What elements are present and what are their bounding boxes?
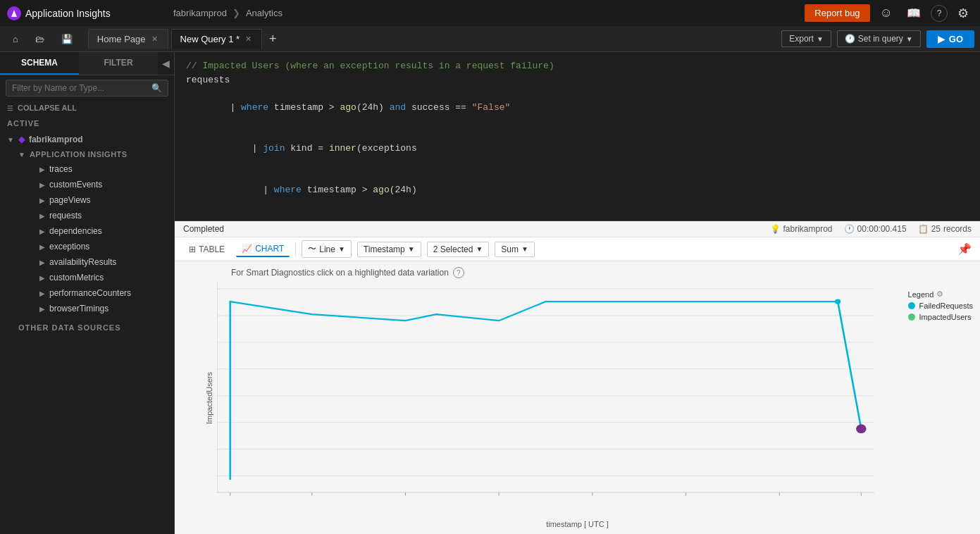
search-icon: 🔍	[151, 83, 162, 93]
sidebar-item-exceptions[interactable]: ▶exceptions	[20, 239, 174, 254]
item-label: availabilityResults	[49, 257, 116, 267]
table-view-button[interactable]: ⊞ TABLE	[183, 242, 230, 256]
sidebar-tabs: SCHEMA FILTER ◀	[0, 52, 174, 75]
pin-button[interactable]: 📌	[957, 242, 972, 256]
sidebar-item-pageViews[interactable]: ▶pageViews	[20, 192, 174, 208]
resource-arrow-icon: ▼	[7, 136, 14, 144]
code-line-2: requests	[186, 73, 969, 87]
item-arrow-icon: ▶	[39, 181, 45, 189]
go-label: GO	[949, 34, 963, 44]
item-arrow-icon: ▶	[39, 290, 45, 297]
info-icon: ?	[453, 267, 464, 278]
sidebar: SCHEMA FILTER ◀ 🔍 ☰ COLLAPSE ALL ACTIVE …	[0, 52, 175, 534]
x-axis-label: timestamp [ UTC ]	[546, 520, 609, 528]
selected-chevron-icon: ▼	[476, 245, 483, 253]
chart-label: CHART	[255, 244, 284, 254]
export-chevron-icon: ▼	[817, 35, 824, 43]
collapse-all-row[interactable]: ☰ COLLAPSE ALL	[0, 101, 174, 115]
timestamp-dropdown[interactable]: Timestamp ▼	[357, 242, 421, 257]
report-bug-button[interactable]: Report bug	[805, 4, 869, 22]
item-label: customMetrics	[49, 273, 104, 282]
code-line-4: | join kind = inner(exceptions	[186, 128, 969, 170]
bulb-icon: 💡	[770, 224, 781, 234]
editor-results-area: // Impacted Users (where an exception re…	[175, 52, 980, 534]
home-icon-button[interactable]: ⌂	[6, 30, 25, 49]
records-info: 📋 25 records	[918, 224, 972, 234]
tab-home-page[interactable]: Home Page ✕	[88, 29, 168, 49]
chart-hint: For Smart Diagnostics click on a highlig…	[231, 267, 464, 278]
code-editor[interactable]: // Impacted Users (where an exception re…	[175, 52, 980, 221]
app-insights-arrow-icon: ▼	[18, 151, 25, 159]
top-bar: Application Insights fabrikamprod ❯ Anal…	[0, 0, 980, 26]
sidebar-item-performanceCounters[interactable]: ▶performanceCounters	[20, 285, 174, 301]
sidebar-item-requests[interactable]: ▶requests	[20, 208, 174, 223]
tab-bar: ⌂ 🗁 💾 Home Page ✕ New Query 1 * ✕ + Expo…	[0, 26, 980, 52]
export-button[interactable]: Export ▼	[781, 30, 831, 47]
tab-new-query-label: New Query 1 *	[180, 34, 240, 44]
sum-chevron-icon: ▼	[521, 245, 528, 253]
sidebar-collapse-button[interactable]: ◀	[158, 52, 174, 75]
legend-item-impacted: ImpactedUsers	[908, 313, 973, 321]
sidebar-item-availabilityResults[interactable]: ▶availabilityResults	[20, 254, 174, 270]
breadcrumb-sep: ❯	[232, 8, 240, 18]
legend-header: Legend ⚙	[908, 290, 973, 299]
go-button[interactable]: ▶ GO	[926, 30, 974, 48]
legend-settings-icon[interactable]: ⚙	[936, 290, 943, 299]
sidebar-tab-filter[interactable]: FILTER	[79, 52, 158, 75]
sidebar-item-fabrikamprod[interactable]: ▼ ◆ fabrikamprod	[0, 132, 174, 147]
sum-label: Sum	[501, 244, 519, 254]
help-icon-button[interactable]: ?	[931, 5, 948, 22]
tab-add-button[interactable]: +	[265, 32, 281, 46]
tab-new-query-close[interactable]: ✕	[244, 35, 253, 44]
smiley-icon-button[interactable]: ☺	[876, 3, 897, 23]
item-label: traces	[49, 164, 73, 174]
sidebar-item-customEvents[interactable]: ▶customEvents	[20, 177, 174, 192]
item-label: customEvents	[49, 180, 102, 190]
folder-icon-button[interactable]: 🗁	[28, 30, 51, 49]
app-insights-label: APPLICATION INSIGHTS	[30, 150, 128, 159]
save-icon-button[interactable]: 💾	[54, 30, 80, 49]
tab-home-page-label: Home Page	[97, 34, 146, 44]
results-area: Completed 💡 fabrikamprod 🕐 00:00:00.415 …	[175, 221, 980, 534]
line-type-label: Line	[319, 244, 335, 254]
resource-label: fabrikamprod	[29, 135, 83, 144]
y-axis-label: ImpactedUsers	[205, 372, 213, 424]
toolbar-divider-1	[295, 242, 296, 256]
book-icon-button[interactable]: 📖	[903, 4, 925, 23]
chart-icon: 📈	[242, 244, 252, 254]
item-label: performanceCounters	[49, 288, 131, 298]
sidebar-item-traces[interactable]: ▶traces	[20, 161, 174, 177]
item-label: exceptions	[49, 242, 89, 252]
sidebar-item-dependencies[interactable]: ▶dependencies	[20, 223, 174, 239]
resource-name-status: fabrikamprod	[783, 224, 833, 234]
chart-view-button[interactable]: 📈 CHART	[236, 242, 290, 257]
app-name: Application Insights	[25, 8, 111, 19]
settings-icon-button[interactable]: ⚙	[953, 3, 973, 24]
tab-new-query[interactable]: New Query 1 * ✕	[171, 29, 263, 49]
item-label: browserTimings	[49, 304, 108, 313]
sum-dropdown[interactable]: Sum ▼	[495, 242, 535, 257]
sidebar-tree: ACTIVE ▼ ◆ fabrikamprod ▼ APPLICATION IN…	[0, 115, 174, 534]
sidebar-item-browserTimings[interactable]: ▶browserTimings	[20, 301, 174, 316]
line-type-chevron-icon: ▼	[338, 245, 345, 253]
sidebar-filter-container: 🔍	[6, 80, 168, 97]
resource-icon: ◆	[18, 135, 25, 144]
timestamp-label: Timestamp	[364, 244, 405, 254]
sidebar-item-customMetrics[interactable]: ▶customMetrics	[20, 270, 174, 285]
tab-home-close[interactable]: ✕	[150, 35, 159, 44]
duration-value: 00:00:00.415	[857, 224, 907, 234]
sidebar-item-app-insights[interactable]: ▼ APPLICATION INSIGHTS	[11, 147, 174, 161]
line-type-dropdown[interactable]: 〜 Line ▼	[302, 240, 352, 258]
chart-container: For Smart Diagnostics click on a highlig…	[175, 261, 980, 534]
set-in-query-button[interactable]: 🕐 Set in query ▼	[837, 30, 921, 47]
selected-dropdown[interactable]: 2 Selected ▼	[427, 242, 490, 257]
sidebar-tab-schema[interactable]: SCHEMA	[0, 52, 79, 75]
item-arrow-icon: ▶	[39, 274, 45, 282]
results-toolbar: ⊞ TABLE 📈 CHART 〜 Line ▼ Timestamp ▼	[175, 237, 980, 261]
other-sources-label: OTHER DATA SOURCES	[11, 319, 174, 336]
sidebar-filter-input[interactable]	[12, 83, 151, 93]
completion-status: Completed	[183, 224, 224, 234]
code-line-6: | where problemId == @'System.FormatExce…	[186, 211, 969, 222]
collapse-all-label: COLLAPSE ALL	[18, 104, 77, 112]
legend-item-failed: FailedRequests	[908, 302, 973, 310]
